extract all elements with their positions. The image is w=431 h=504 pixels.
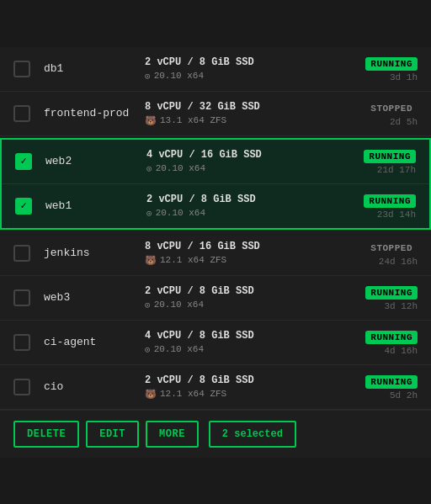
table-row[interactable]: ci-agent4 vCPU / 8 GiB SSD⊙20.10 x64RUNN…: [0, 321, 431, 365]
table-row[interactable]: db12 vCPU / 8 GiB SSD⊙20.10 x64RUNNING3d…: [0, 47, 431, 92]
os-icon: ⊙: [146, 163, 152, 174]
vm-name: jenkins: [44, 247, 145, 259]
os-version: 20.10 x64: [154, 300, 204, 310]
table-row[interactable]: frontend-prod8 vCPU / 32 GiB SSD🐻13.1 x6…: [0, 92, 431, 136]
vm-specs: 2 vCPU / 8 GiB SSD⊙20.10 x64: [145, 285, 342, 310]
delete-button[interactable]: DELETE: [13, 421, 79, 448]
vm-name: web3: [44, 291, 145, 304]
vm-specs: 8 vCPU / 32 GiB SSD🐻13.1 x64 ZFS: [145, 101, 342, 126]
vm-status: STOPPED2d 5h: [342, 100, 418, 127]
os-icon: ⊙: [146, 208, 152, 219]
status-badge: RUNNING: [365, 286, 418, 300]
spec-main: 2 vCPU / 8 GiB SSD: [145, 285, 342, 297]
uptime: 2d 5h: [342, 117, 418, 127]
vm-name: cio: [44, 380, 145, 393]
vm-name: ci-agent: [44, 336, 145, 348]
vm-name: web1: [45, 199, 146, 212]
edit-button[interactable]: EDIT: [86, 421, 139, 448]
vm-specs: 4 vCPU / 8 GiB SSD⊙20.10 x64: [145, 330, 342, 355]
vm-specs: 2 vCPU / 8 GiB SSD🐻12.1 x64 ZFS: [145, 374, 342, 400]
spec-sub: ⊙20.10 x64: [145, 300, 342, 310]
vm-name: frontend-prod: [44, 107, 145, 119]
spec-sub: 🐻12.1 x64 ZFS: [145, 389, 342, 400]
vm-status: STOPPED24d 16h: [342, 240, 418, 267]
row-checkbox[interactable]: [13, 105, 30, 122]
vm-specs: 8 vCPU / 16 GiB SSD🐻12.1 x64 ZFS: [145, 241, 342, 266]
row-checkbox[interactable]: [13, 379, 30, 395]
vm-status: RUNNING4d 16h: [342, 329, 418, 356]
table-row[interactable]: cio2 vCPU / 8 GiB SSD🐻12.1 x64 ZFSRUNNIN…: [0, 365, 431, 410]
vm-name: web2: [45, 155, 146, 167]
uptime: 3d 1h: [342, 72, 418, 82]
spec-sub: ⊙20.10 x64: [145, 344, 342, 355]
row-checkbox[interactable]: [13, 245, 30, 262]
spec-main: 4 vCPU / 16 GiB SSD: [146, 149, 340, 161]
table-row[interactable]: web12 vCPU / 8 GiB SSD⊙20.10 x64RUNNING2…: [2, 184, 429, 228]
vm-list-container: db12 vCPU / 8 GiB SSD⊙20.10 x64RUNNING3d…: [0, 47, 431, 458]
os-version: 12.1 x64 ZFS: [160, 389, 226, 399]
vm-status: RUNNING5d 2h: [342, 374, 418, 401]
os-icon: ⊙: [145, 71, 151, 82]
os-icon: ⊙: [145, 300, 151, 310]
uptime: 4d 16h: [342, 346, 418, 356]
os-version: 20.10 x64: [154, 344, 204, 354]
vm-specs: 2 vCPU / 8 GiB SSD⊙20.10 x64: [145, 56, 342, 82]
status-badge: RUNNING: [365, 331, 418, 344]
row-checkbox[interactable]: [15, 153, 32, 170]
os-version: 20.10 x64: [154, 71, 204, 81]
status-badge: RUNNING: [364, 150, 416, 163]
os-version: 20.10 x64: [156, 163, 205, 173]
os-icon: ⊙: [145, 344, 151, 355]
os-version: 20.10 x64: [156, 208, 205, 218]
spec-main: 2 vCPU / 8 GiB SSD: [145, 56, 342, 68]
spec-sub: ⊙20.10 x64: [146, 208, 340, 219]
spec-main: 2 vCPU / 8 GiB SSD: [146, 194, 340, 205]
os-icon: 🐻: [145, 389, 157, 400]
uptime: 23d 14h: [340, 210, 416, 220]
row-checkbox[interactable]: [13, 61, 30, 77]
vm-status: RUNNING3d 1h: [342, 56, 418, 82]
action-bar: DELETE EDIT MORE 2 selected: [0, 410, 431, 458]
vm-specs: 2 vCPU / 8 GiB SSD⊙20.10 x64: [146, 194, 340, 219]
vm-status: RUNNING21d 17h: [340, 148, 416, 175]
vm-specs: 4 vCPU / 16 GiB SSD⊙20.10 x64: [146, 149, 340, 174]
spec-sub: 🐻13.1 x64 ZFS: [145, 115, 342, 126]
spec-main: 8 vCPU / 16 GiB SSD: [145, 241, 342, 252]
spec-sub: ⊙20.10 x64: [145, 71, 342, 82]
spec-main: 8 vCPU / 32 GiB SSD: [145, 101, 342, 113]
os-icon: 🐻: [145, 115, 157, 126]
spec-sub: 🐻12.1 x64 ZFS: [145, 255, 342, 266]
selected-count: 2 selected: [209, 421, 296, 448]
row-checkbox[interactable]: [13, 289, 30, 306]
vm-status: RUNNING3d 12h: [342, 284, 418, 311]
spec-main: 2 vCPU / 8 GiB SSD: [145, 374, 342, 386]
os-icon: 🐻: [145, 255, 157, 266]
spec-sub: ⊙20.10 x64: [146, 163, 340, 174]
uptime: 21d 17h: [340, 165, 416, 175]
table-row[interactable]: jenkins8 vCPU / 16 GiB SSD🐻12.1 x64 ZFSS…: [0, 231, 431, 276]
table-row[interactable]: web24 vCPU / 16 GiB SSD⊙20.10 x64RUNNING…: [2, 140, 429, 184]
selected-row-group: web24 vCPU / 16 GiB SSD⊙20.10 x64RUNNING…: [0, 138, 431, 230]
status-badge: RUNNING: [365, 375, 418, 389]
status-badge: RUNNING: [365, 57, 418, 71]
table-row[interactable]: web32 vCPU / 8 GiB SSD⊙20.10 x64RUNNING3…: [0, 276, 431, 321]
os-version: 13.1 x64 ZFS: [160, 115, 226, 125]
row-checkbox[interactable]: [15, 198, 32, 215]
vm-name: db1: [44, 62, 145, 75]
status-badge: STOPPED: [365, 241, 418, 255]
uptime: 3d 12h: [342, 301, 418, 311]
status-badge: STOPPED: [365, 102, 418, 115]
status-badge: RUNNING: [364, 194, 416, 208]
os-version: 12.1 x64 ZFS: [160, 255, 226, 265]
uptime: 24d 16h: [342, 257, 418, 267]
vm-status: RUNNING23d 14h: [340, 193, 416, 220]
more-button[interactable]: MORE: [146, 421, 199, 448]
spec-main: 4 vCPU / 8 GiB SSD: [145, 330, 342, 342]
uptime: 5d 2h: [342, 390, 418, 401]
row-checkbox[interactable]: [13, 334, 30, 351]
